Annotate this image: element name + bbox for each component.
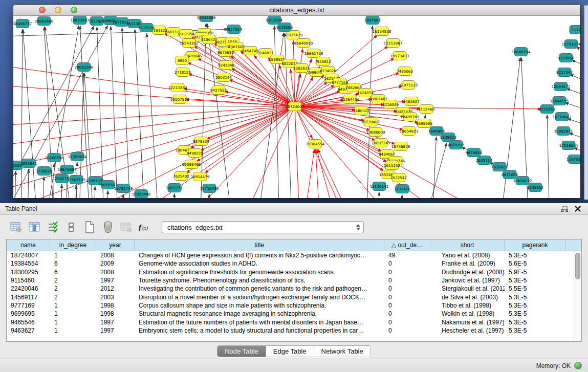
network-node[interactable]: 12093872: [552, 82, 571, 91]
table-settings-icon[interactable]: [9, 221, 23, 234]
function-builder-icon[interactable]: f(x): [138, 221, 151, 234]
network-node[interactable]: 6679197: [448, 141, 464, 149]
citation-edge[interactable]: [198, 58, 295, 106]
network-node[interactable]: 2087682: [364, 16, 381, 25]
table-row[interactable]: 911546021997Tourette syndrome. Phenomeno…: [7, 276, 581, 285]
network-node[interactable]: 9115460: [418, 105, 434, 114]
network-node[interactable]: 9675685: [217, 48, 234, 57]
citation-edge[interactable]: [295, 49, 303, 106]
network-node[interactable]: 1117: [570, 26, 580, 34]
network-node[interactable]: 15992971: [554, 127, 573, 136]
tab-node-table[interactable]: Node Table: [217, 346, 266, 357]
network-node[interactable]: 1733426: [394, 185, 410, 193]
network-node[interactable]: 17975125: [399, 81, 418, 90]
citation-edge[interactable]: [122, 28, 131, 198]
network-node[interactable]: 7485063: [397, 67, 413, 76]
column-header-pagerank[interactable]: pagerank: [505, 239, 566, 251]
scrollbar-thumb[interactable]: [575, 253, 580, 279]
network-node[interactable]: 15751074: [562, 40, 580, 49]
network-node[interactable]: 2803144: [215, 73, 232, 82]
citation-edge[interactable]: [285, 33, 292, 198]
citation-edge[interactable]: [378, 192, 379, 198]
network-node[interactable]: 12213967: [384, 39, 403, 48]
network-node[interactable]: 16720407: [361, 118, 380, 126]
network-node[interactable]: 15716485: [200, 184, 219, 193]
network-node[interactable]: 20053346: [75, 63, 94, 72]
network-node[interactable]: 16099469: [182, 160, 201, 169]
table-row[interactable]: 1830029562008Estimation of significance …: [7, 268, 581, 276]
citation-edge[interactable]: [547, 115, 550, 198]
network-node[interactable]: 8454749: [242, 47, 258, 55]
column-header-year[interactable]: year: [96, 239, 135, 251]
citation-edge[interactable]: [318, 149, 356, 198]
citation-edge[interactable]: [21, 29, 23, 198]
citation-edge[interactable]: [135, 29, 145, 198]
network-node[interactable]: 9463627: [403, 97, 420, 106]
float-panel-icon[interactable]: [559, 205, 570, 213]
table-row[interactable]: 1872400712008Changes of HCN gene express…: [7, 251, 581, 259]
network-node[interactable]: 20206556: [45, 154, 64, 162]
citation-edge[interactable]: [75, 185, 76, 198]
citation-edge[interactable]: [317, 149, 338, 198]
network-node[interactable]: 7955812: [315, 57, 331, 66]
tab-edge-table[interactable]: Edge Table: [266, 346, 314, 357]
network-node[interactable]: 9245652: [527, 183, 543, 192]
citation-edge[interactable]: [567, 119, 580, 126]
network-node[interactable]: 6216049: [382, 100, 399, 109]
network-node[interactable]: 9227343: [556, 68, 573, 77]
network-node[interactable]: 18724007: [286, 102, 304, 111]
citation-edge[interactable]: [570, 74, 580, 82]
table-row[interactable]: 1938455462009Genome-wide association stu…: [7, 259, 581, 268]
network-node[interactable]: 8471626: [502, 170, 518, 179]
column-header-title[interactable]: title: [135, 239, 384, 251]
new-table-icon[interactable]: [83, 221, 96, 234]
network-node[interactable]: 7857224: [226, 25, 242, 34]
citation-edge[interactable]: [197, 106, 295, 162]
citation-edge[interactable]: [302, 149, 314, 198]
citation-edge[interactable]: [107, 190, 108, 198]
network-node[interactable]: 7515526: [138, 24, 155, 32]
network-node[interactable]: 12923448: [132, 190, 151, 199]
network-node[interactable]: 9218586: [276, 23, 293, 32]
citation-edge[interactable]: [432, 137, 436, 198]
table-row[interactable]: 946362711997Embryonic stem cells: a mode…: [7, 326, 581, 335]
network-node[interactable]: 1615152: [384, 161, 400, 170]
network-node[interactable]: 3915941: [20, 159, 37, 168]
citation-edge[interactable]: [122, 194, 123, 198]
network-node[interactable]: 16648794: [512, 48, 531, 56]
network-node[interactable]: 8938923: [440, 133, 456, 142]
window-resize-grip[interactable]: [13, 16, 21, 24]
network-node[interactable]: 9457771: [166, 184, 183, 192]
network-node[interactable]: 2935114: [476, 156, 492, 165]
network-node[interactable]: 8215953: [539, 105, 555, 114]
citation-edge[interactable]: [80, 26, 90, 198]
network-node[interactable]: 9242848: [218, 61, 234, 70]
citation-edge[interactable]: [295, 106, 351, 198]
citation-edge[interactable]: [13, 26, 94, 195]
citation-edge[interactable]: [61, 184, 62, 198]
network-node[interactable]: 19756928: [391, 142, 410, 151]
network-node[interactable]: 19975887: [58, 165, 77, 174]
citation-edge[interactable]: [94, 186, 95, 198]
network-node[interactable]: 9474444: [466, 148, 482, 157]
network-node[interactable]: 8427552: [210, 86, 227, 95]
network-node[interactable]: 1624554: [357, 89, 374, 97]
table-vertical-scrollbar[interactable]: [574, 251, 581, 341]
network-node[interactable]: 7486322: [353, 106, 369, 115]
network-node[interactable]: 16107517: [170, 95, 189, 104]
column-header-out_de[interactable]: △ out_de…: [384, 239, 430, 251]
network-canvas[interactable]: 1872400771638228601128891295418226058982…: [13, 16, 580, 198]
network-node[interactable]: 16210643: [553, 113, 572, 121]
citation-edge[interactable]: [316, 149, 320, 198]
network-node[interactable]: 9699695: [416, 119, 432, 128]
delete-attribute-icon[interactable]: [101, 221, 115, 234]
network-node[interactable]: 7625402: [173, 172, 189, 181]
citation-edge[interactable]: [97, 27, 104, 198]
show-columns-icon[interactable]: [28, 221, 41, 234]
table-row[interactable]: 1456911722003Disruption of a novel membe…: [7, 293, 581, 301]
citation-edge[interactable]: [13, 105, 295, 106]
network-node[interactable]: 15136141: [370, 182, 389, 191]
citation-edge[interactable]: [14, 171, 16, 198]
network-node[interactable]: 7632621: [491, 163, 508, 171]
network-node[interactable]: 17359924: [68, 152, 87, 161]
